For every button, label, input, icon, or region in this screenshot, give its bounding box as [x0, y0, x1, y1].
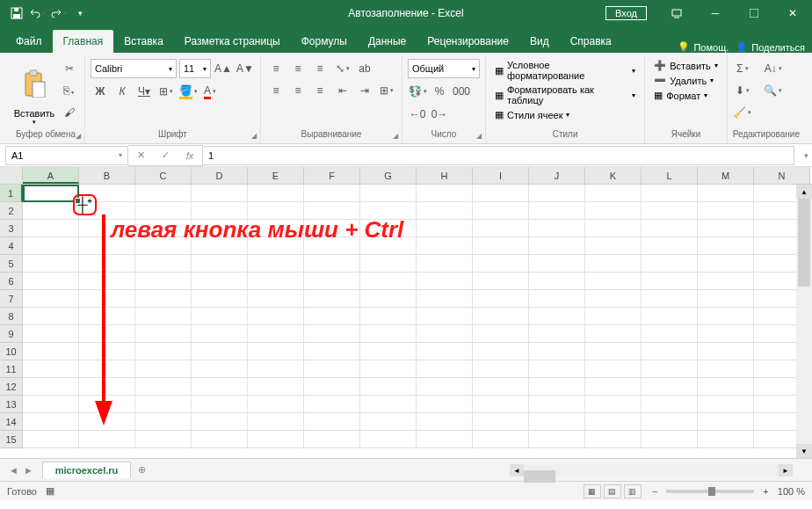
zoom-out-button[interactable]: −	[649, 486, 661, 497]
cell[interactable]	[192, 360, 248, 378]
cell[interactable]	[135, 325, 192, 343]
cell[interactable]	[192, 396, 248, 413]
cell[interactable]	[360, 378, 417, 396]
row-header[interactable]: 5	[0, 255, 23, 273]
cell[interactable]	[529, 273, 585, 290]
cell[interactable]	[360, 290, 417, 308]
paste-button[interactable]: Вставить▾	[12, 59, 56, 126]
tab-formulas[interactable]: Формулы	[291, 30, 358, 53]
cell[interactable]	[698, 431, 754, 448]
cell[interactable]	[135, 255, 192, 273]
font-size-combo[interactable]: 11▾	[179, 59, 211, 78]
cell[interactable]	[248, 290, 304, 308]
align-middle-button[interactable]: ≡	[288, 59, 308, 78]
cell[interactable]	[304, 255, 360, 273]
zoom-in-button[interactable]: +	[759, 486, 772, 497]
cell[interactable]	[473, 202, 529, 220]
cell[interactable]	[585, 308, 642, 325]
cell[interactable]	[304, 431, 360, 448]
insert-function-button[interactable]: fx	[178, 146, 202, 165]
col-header[interactable]: B	[79, 167, 135, 184]
cell[interactable]	[698, 290, 754, 308]
cell[interactable]	[360, 185, 417, 202]
cell[interactable]	[135, 396, 192, 413]
cell[interactable]	[248, 255, 304, 273]
tab-insert[interactable]: Вставка	[113, 30, 174, 53]
cell[interactable]	[304, 396, 360, 413]
cell[interactable]	[192, 378, 248, 396]
font-launcher[interactable]: ◢	[251, 129, 257, 143]
underline-button[interactable]: Ч▾	[134, 82, 154, 101]
scroll-up-button[interactable]: ▲	[796, 185, 812, 199]
fill-handle[interactable]	[75, 198, 81, 204]
cell[interactable]	[248, 360, 304, 378]
cell[interactable]	[642, 378, 698, 396]
autosum-button[interactable]: Σ	[733, 59, 752, 78]
cell[interactable]	[529, 290, 585, 308]
cell[interactable]	[529, 378, 585, 396]
cell[interactable]	[304, 325, 360, 343]
new-sheet-button[interactable]: ⊕	[138, 464, 146, 476]
tab-view[interactable]: Вид	[519, 30, 560, 53]
row-header[interactable]: 3	[0, 220, 23, 237]
cell[interactable]	[417, 273, 473, 290]
italic-button[interactable]: К	[112, 82, 132, 101]
fill-color-button[interactable]: 🪣	[178, 82, 198, 101]
merge-button[interactable]: ⊞	[377, 81, 396, 100]
cell[interactable]	[417, 343, 473, 360]
cell[interactable]	[192, 325, 248, 343]
cell[interactable]	[23, 308, 79, 325]
cell[interactable]	[585, 431, 642, 448]
vscroll-thumb[interactable]	[798, 199, 810, 287]
cell[interactable]	[248, 325, 304, 343]
orientation-button[interactable]: ⤡	[333, 59, 352, 78]
delete-cells-button[interactable]: ➖Удалить▾	[650, 74, 721, 87]
cell[interactable]	[135, 413, 192, 431]
cell[interactable]	[473, 255, 529, 273]
cell[interactable]	[135, 431, 192, 448]
find-select-button[interactable]: 🔍	[756, 81, 791, 100]
save-icon[interactable]	[7, 4, 26, 23]
maximize-button[interactable]	[735, 0, 773, 26]
cell[interactable]	[248, 343, 304, 360]
cell[interactable]	[642, 255, 698, 273]
share-button[interactable]: 👤Поделиться	[736, 41, 805, 53]
col-header[interactable]: E	[248, 167, 304, 184]
cell[interactable]	[529, 343, 585, 360]
cell[interactable]	[23, 378, 79, 396]
tab-home[interactable]: Главная	[53, 30, 114, 53]
tab-review[interactable]: Рецензирование	[417, 30, 519, 53]
row-header[interactable]: 6	[0, 273, 23, 290]
cell[interactable]	[529, 325, 585, 343]
active-cell[interactable]	[23, 185, 79, 202]
cell[interactable]	[698, 396, 754, 413]
col-header[interactable]: L	[642, 167, 698, 184]
ribbon-options-icon[interactable]	[657, 0, 696, 26]
tell-me-button[interactable]: 💡Помощ.	[678, 41, 729, 53]
cell[interactable]	[585, 202, 642, 220]
cell[interactable]	[585, 255, 642, 273]
cell[interactable]	[248, 413, 304, 431]
fill-button[interactable]: ⬇	[733, 81, 752, 100]
copy-button[interactable]: ⎘▾	[60, 81, 79, 100]
cell[interactable]	[698, 325, 754, 343]
row-header[interactable]: 9	[0, 325, 23, 343]
row-header[interactable]: 11	[0, 360, 23, 378]
wrap-text-button[interactable]: ab	[355, 59, 374, 78]
increase-indent-button[interactable]: ⇥	[355, 81, 374, 100]
cell[interactable]	[698, 202, 754, 220]
cell[interactable]	[529, 237, 585, 255]
cell[interactable]	[23, 396, 79, 413]
cell[interactable]	[529, 413, 585, 431]
tab-scroll-left[interactable]: ◄	[7, 463, 20, 477]
col-header[interactable]: M	[698, 167, 754, 184]
cell[interactable]	[585, 290, 642, 308]
cell[interactable]	[304, 308, 360, 325]
cell[interactable]	[360, 255, 417, 273]
cell[interactable]	[417, 290, 473, 308]
minimize-button[interactable]: ─	[696, 0, 735, 26]
align-center-button[interactable]: ≡	[288, 81, 308, 100]
cell[interactable]	[473, 343, 529, 360]
cell[interactable]	[473, 360, 529, 378]
cell[interactable]	[529, 202, 585, 220]
